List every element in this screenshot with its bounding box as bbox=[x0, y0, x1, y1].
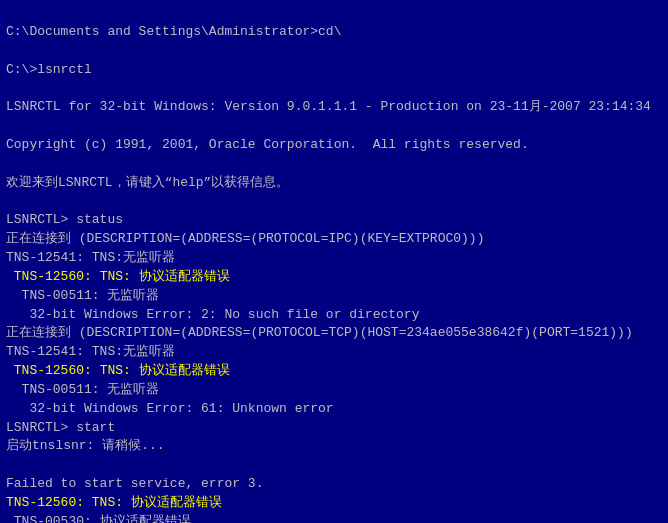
terminal-line: TNS-00511: 无监听器 bbox=[6, 287, 662, 306]
terminal-line: C:\>lsnrctl bbox=[6, 61, 662, 80]
terminal-line: TNS-12541: TNS:无监听器 bbox=[6, 249, 662, 268]
terminal-line: 正在连接到 (DESCRIPTION=(ADDRESS=(PROTOCOL=TC… bbox=[6, 324, 662, 343]
terminal-line: LSNRCTL> start bbox=[6, 419, 662, 438]
terminal-line: LSNRCTL> status bbox=[6, 211, 662, 230]
terminal-line bbox=[6, 42, 662, 61]
terminal-line: 启动tnslsnr: 请稍候... bbox=[6, 437, 662, 456]
terminal-line: TNS-12560: TNS: 协议适配器错误 bbox=[6, 494, 662, 513]
terminal-line bbox=[6, 155, 662, 174]
terminal-line bbox=[6, 192, 662, 211]
terminal-line bbox=[6, 117, 662, 136]
terminal-line: TNS-00530: 协议适配器错误 bbox=[6, 513, 662, 523]
terminal-line: 欢迎来到LSNRCTL，请键入“help”以获得信息。 bbox=[6, 174, 662, 193]
terminal-line: 32-bit Windows Error: 61: Unknown error bbox=[6, 400, 662, 419]
terminal-line: 32-bit Windows Error: 2: No such file or… bbox=[6, 306, 662, 325]
terminal-line: 正在连接到 (DESCRIPTION=(ADDRESS=(PROTOCOL=IP… bbox=[6, 230, 662, 249]
terminal-line: TNS-12541: TNS:无监听器 bbox=[6, 343, 662, 362]
terminal-line: C:\Documents and Settings\Administrator>… bbox=[6, 23, 662, 42]
terminal-window: C:\Documents and Settings\Administrator>… bbox=[0, 0, 668, 523]
terminal-line bbox=[6, 79, 662, 98]
terminal-line: TNS-12560: TNS: 协议适配器错误 bbox=[6, 268, 662, 287]
terminal-line: LSNRCTL for 32-bit Windows: Version 9.0.… bbox=[6, 98, 662, 117]
terminal-line bbox=[6, 456, 662, 475]
terminal-line: Failed to start service, error 3. bbox=[6, 475, 662, 494]
terminal-line: TNS-12560: TNS: 协议适配器错误 bbox=[6, 362, 662, 381]
terminal-line: TNS-00511: 无监听器 bbox=[6, 381, 662, 400]
terminal-line: Copyright (c) 1991, 2001, Oracle Corpora… bbox=[6, 136, 662, 155]
